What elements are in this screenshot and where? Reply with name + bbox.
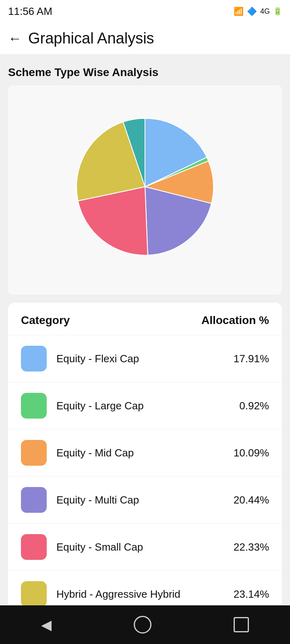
header-allocation: Allocation % — [201, 314, 269, 327]
status-bar: 11:56 AM 📶 🔷 4G 🔋 — [0, 0, 290, 23]
table-row: Equity - Flexi Cap 17.91% — [8, 335, 282, 382]
row-label: Equity - Multi Cap — [56, 494, 234, 506]
wifi-icon: 📶 — [234, 6, 244, 16]
nav-bar: ◀ — [0, 605, 290, 644]
row-value: 17.91% — [234, 353, 269, 365]
row-label: Hybrid - Aggressive Hybrid — [56, 588, 234, 601]
pie-chart — [68, 110, 222, 263]
header-category: Category — [21, 314, 70, 327]
color-swatch — [21, 534, 47, 560]
row-label: Equity - Flexi Cap — [56, 353, 234, 365]
table-header: Category Allocation % — [8, 303, 282, 335]
chart-card — [8, 85, 282, 295]
row-value: 0.92% — [239, 400, 269, 412]
back-button[interactable]: ← — [8, 31, 22, 46]
nav-back-button[interactable]: ◀ — [41, 617, 52, 633]
row-value: 10.09% — [234, 447, 269, 459]
color-swatch — [21, 487, 47, 513]
row-label: Equity - Mid Cap — [56, 447, 234, 459]
color-swatch — [21, 581, 47, 607]
table-row: Equity - Mid Cap 10.09% — [8, 429, 282, 477]
table-row: Equity - Small Cap 22.33% — [8, 524, 282, 571]
color-swatch — [21, 440, 47, 466]
status-time: 11:56 AM — [8, 5, 52, 18]
bluetooth-icon: 🔷 — [247, 6, 257, 16]
table-body: Equity - Flexi Cap 17.91% Equity - Large… — [8, 335, 282, 644]
content-area: Scheme Type Wise Analysis Category Alloc… — [0, 55, 290, 644]
table-card: Category Allocation % Equity - Flexi Cap… — [8, 303, 282, 644]
nav-home-button[interactable] — [134, 616, 151, 634]
section-title: Scheme Type Wise Analysis — [8, 63, 282, 79]
header: ← Graphical Analysis — [0, 23, 290, 55]
pie-chart-main — [68, 110, 222, 263]
color-swatch — [21, 346, 47, 372]
row-value: 23.14% — [234, 588, 269, 601]
signal-icon: 4G — [260, 7, 270, 16]
battery-icon: 🔋 — [273, 7, 282, 16]
table-row: Equity - Multi Cap 20.44% — [8, 477, 282, 524]
page-title: Graphical Analysis — [28, 30, 154, 47]
status-icons: 📶 🔷 4G 🔋 — [234, 6, 282, 16]
row-value: 20.44% — [234, 494, 269, 506]
color-swatch — [21, 393, 47, 419]
nav-recents-button[interactable] — [234, 617, 249, 632]
row-label: Equity - Large Cap — [56, 400, 239, 412]
table-row: Equity - Large Cap 0.92% — [8, 382, 282, 429]
row-label: Equity - Small Cap — [56, 541, 234, 553]
row-value: 22.33% — [234, 541, 269, 553]
